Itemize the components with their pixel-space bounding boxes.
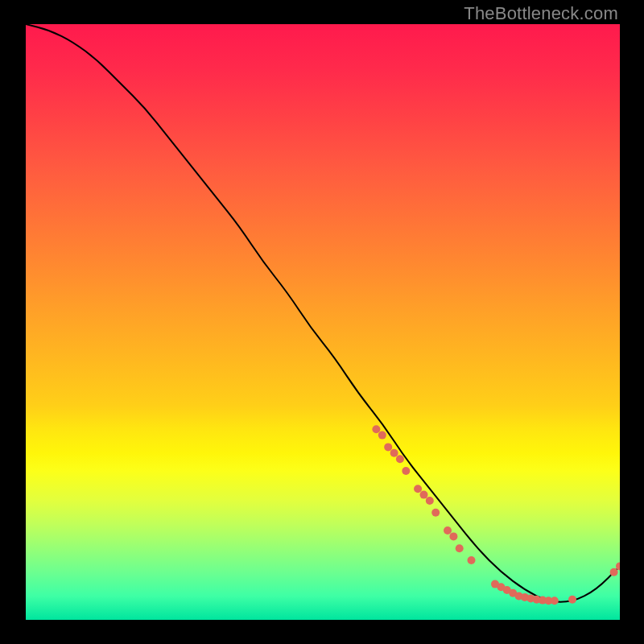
scatter-point bbox=[610, 568, 618, 576]
scatter-point bbox=[444, 526, 452, 535]
plot-area bbox=[26, 24, 620, 620]
scatter-point bbox=[468, 556, 476, 564]
scatter-point bbox=[396, 455, 404, 463]
bottleneck-curve bbox=[26, 24, 620, 602]
scatter-point bbox=[414, 485, 422, 493]
scatter-points bbox=[372, 425, 620, 605]
scatter-point bbox=[390, 449, 398, 457]
scatter-point bbox=[568, 596, 576, 604]
scatter-point bbox=[449, 532, 457, 540]
chart-container: TheBottleneck.com bbox=[0, 0, 644, 644]
scatter-point bbox=[456, 544, 464, 552]
scatter-point bbox=[372, 425, 380, 433]
scatter-point bbox=[431, 509, 440, 517]
scatter-point bbox=[384, 443, 392, 451]
scatter-point bbox=[402, 467, 410, 475]
scatter-point bbox=[378, 431, 386, 440]
scatter-point bbox=[551, 597, 559, 605]
scatter-point bbox=[426, 497, 434, 505]
curve-layer bbox=[26, 24, 620, 620]
watermark-text: TheBottleneck.com bbox=[464, 3, 618, 24]
scatter-point bbox=[420, 491, 428, 499]
